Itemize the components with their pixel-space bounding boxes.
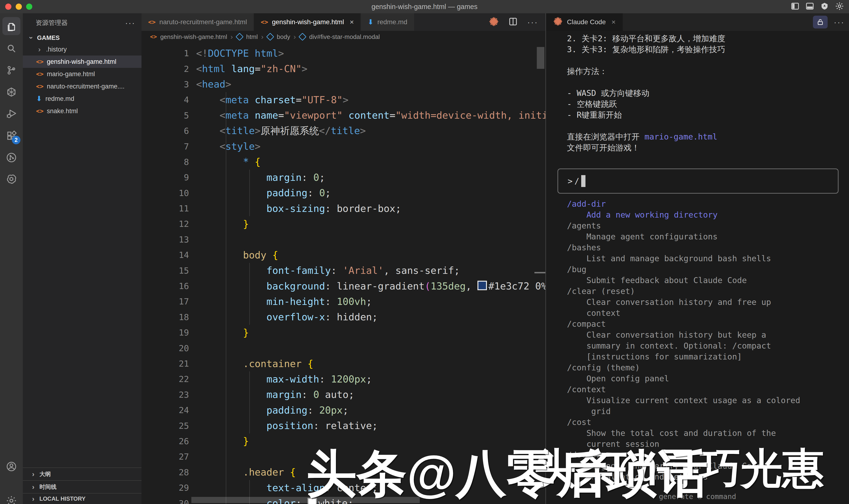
- symbol-icon: [235, 33, 244, 41]
- line-number: 26: [141, 436, 196, 446]
- code-line: 29 text-align: center;: [141, 480, 545, 496]
- markdown-file-icon: ⬇: [36, 95, 42, 102]
- line-number: 17: [141, 296, 196, 306]
- tab-claude-code[interactable]: Claude Code ×: [546, 13, 623, 31]
- line-number: 6: [141, 126, 196, 136]
- line-number: 21: [141, 359, 196, 368]
- close-tab-icon[interactable]: ×: [350, 18, 354, 26]
- claude-run-icon[interactable]: [489, 17, 499, 28]
- lock-icon[interactable]: [813, 16, 828, 29]
- code-editor[interactable]: 1<!DOCTYPE html>2<html lang="zh-CN">3<he…: [141, 43, 545, 504]
- chevron-down-icon: ›: [27, 34, 35, 41]
- run-debug-icon[interactable]: [0, 104, 23, 124]
- html-file-icon: <>: [36, 71, 43, 77]
- panel-more-icon[interactable]: ···: [834, 18, 845, 27]
- html-file-icon: <>: [36, 108, 43, 114]
- cube-extension-icon[interactable]: [0, 82, 23, 103]
- line-number: 28: [141, 467, 196, 477]
- sidebar-item-naruto-recruitment-game[interactable]: <> naruto-recruitment-game....: [23, 80, 141, 92]
- code-line: 7 <style>: [141, 139, 545, 154]
- workspace-folder-games[interactable]: › GAMES: [23, 32, 141, 43]
- horizontal-scrollbar[interactable]: [191, 497, 420, 503]
- openai-icon[interactable]: [0, 169, 23, 190]
- sidebar-item-mario-game[interactable]: <> mario-game.html: [23, 68, 141, 80]
- slash-command-line: /doctor: [567, 450, 849, 461]
- slash-command-line: installation and settings: [567, 472, 849, 483]
- line-number: 3: [141, 79, 196, 89]
- claude-prompt-input[interactable]: > /: [558, 168, 838, 194]
- text-cursor: [581, 175, 585, 187]
- slash-command-line: Submit feedback about Claude Code: [567, 275, 849, 286]
- terminal-line: [567, 55, 849, 66]
- code-line: 4 <meta charset="UTF-8">: [141, 92, 545, 108]
- slash-command-line: grid: [567, 407, 849, 417]
- tab-bar: <> naruto-recruitment-game.html <> gensh…: [141, 13, 545, 31]
- breadcrumb[interactable]: <> genshin-wish-game.html › html › body …: [141, 31, 545, 43]
- code-line: 8 * {: [141, 154, 545, 170]
- chevron-right-icon: ›: [30, 483, 37, 491]
- shortcut-hint: generate a command: [546, 492, 849, 501]
- toggle-panel-icon[interactable]: [805, 2, 814, 11]
- overview-ruler-marker: [534, 272, 545, 273]
- code-line: 2<html lang="zh-CN">: [141, 61, 545, 76]
- close-panel-tab-icon[interactable]: ×: [611, 18, 616, 26]
- explorer-more-icon[interactable]: ···: [125, 18, 135, 28]
- line-number: 24: [141, 405, 196, 415]
- tab-redme-md[interactable]: ⬇ redme.md: [361, 13, 414, 31]
- slash-command-line: Manage agent configurations: [567, 232, 849, 243]
- sidebar-item-genshin-wish-game[interactable]: <> genshin-wish-game.html: [23, 55, 141, 68]
- code-line: 9 margin: 0;: [141, 170, 545, 185]
- slash-command-line: summary in context. Optional: /compact: [567, 341, 849, 352]
- slash-command-list[interactable]: /add-dir Add a new working directory/age…: [546, 194, 849, 483]
- line-number: 18: [141, 312, 196, 322]
- line-number: 20: [141, 343, 196, 353]
- code-line: 1<!DOCTYPE html>: [141, 46, 545, 61]
- sidebar-item-history[interactable]: › .history: [23, 43, 141, 55]
- panel-header: Claude Code × ···: [546, 13, 849, 31]
- terminal-line: 文件即可开始游戏！: [567, 142, 849, 153]
- slash-command-line: Open config panel: [567, 374, 849, 385]
- split-editor-icon[interactable]: [508, 17, 518, 27]
- line-number: 8: [141, 157, 196, 167]
- terminal-line: [567, 121, 849, 131]
- code-line: 26 }: [141, 433, 545, 449]
- line-number: 23: [141, 390, 196, 400]
- prompt-value: /: [574, 176, 579, 186]
- code-line: 15 font-family: 'Arial', sans-serif;: [141, 263, 545, 278]
- code-line: 14 body {: [141, 247, 545, 263]
- terminal-line: - 空格键跳跃: [567, 99, 849, 110]
- line-number: 1: [141, 49, 196, 58]
- tab-genshin-wish-game[interactable]: <> genshin-wish-game.html ×: [254, 13, 361, 31]
- html-file-icon: <>: [150, 34, 157, 40]
- explorer-icon[interactable]: [0, 17, 23, 37]
- search-icon[interactable]: [0, 38, 23, 59]
- code-line: 19 }: [141, 325, 545, 340]
- toggle-sidebar-icon[interactable]: [791, 2, 800, 11]
- settings-gear-icon[interactable]: [835, 1, 844, 11]
- source-control-icon[interactable]: [0, 60, 23, 81]
- vertical-scrollbar[interactable]: [537, 47, 544, 69]
- terminal-line: 3. 关卡3: 复杂地形和陷阱，考验操作技巧: [567, 44, 849, 55]
- timeline-section[interactable]: › 时间线: [23, 480, 141, 493]
- claude-terminal[interactable]: 2. 关卡2: 移动平台和更多敌人，增加难度3. 关卡3: 复杂地形和陷阱，考验…: [546, 31, 849, 504]
- slash-command-line: /agents: [567, 221, 849, 232]
- sidebar-item-snake[interactable]: <> snake.html: [23, 105, 141, 117]
- account-icon[interactable]: [0, 456, 23, 477]
- customize-layout-icon[interactable]: [820, 2, 829, 11]
- editor-group: <> naruto-recruitment-game.html <> gensh…: [141, 13, 545, 504]
- manage-gear-icon[interactable]: [0, 490, 23, 504]
- code-line: 27: [141, 449, 545, 464]
- editor-more-actions-icon[interactable]: ···: [527, 18, 538, 27]
- symbol-icon: [298, 33, 306, 41]
- terminal-line: 操作方法：: [567, 66, 849, 77]
- outline-section[interactable]: › 大纲: [23, 467, 141, 480]
- line-number: 12: [141, 219, 196, 229]
- code-line: 11 box-sizing: border-box;: [141, 201, 545, 216]
- line-number: 27: [141, 452, 196, 462]
- extensions-icon[interactable]: 2: [0, 125, 23, 146]
- line-number: 22: [141, 374, 196, 384]
- sidebar-item-redme-md[interactable]: ⬇ redme.md: [23, 92, 141, 105]
- tab-naruto-recruitment-game[interactable]: <> naruto-recruitment-game.html: [141, 13, 254, 31]
- remote-explorer-icon[interactable]: [0, 147, 23, 168]
- local-history-section[interactable]: › LOCAL HISTORY: [23, 493, 141, 504]
